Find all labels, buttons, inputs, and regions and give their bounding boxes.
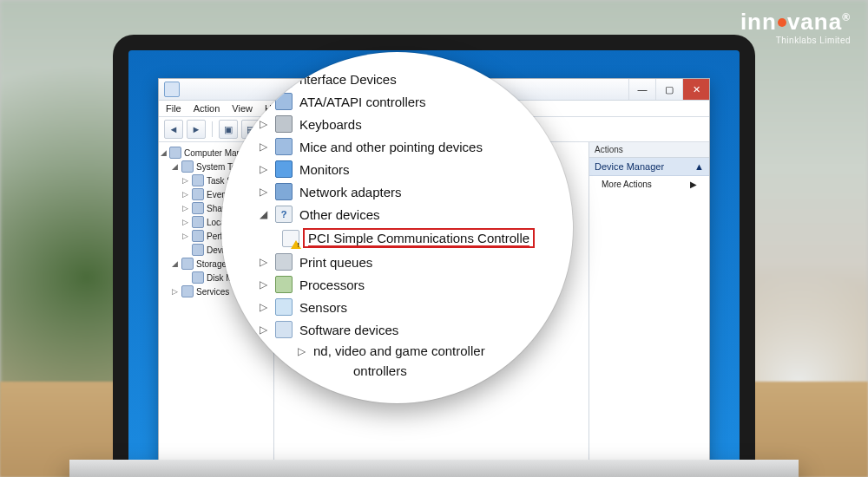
logo-dot-icon (778, 18, 786, 27)
actions-more[interactable]: More Actions▶ (589, 176, 709, 193)
device-category[interactable]: ▷Network adapters (258, 180, 556, 203)
device-category[interactable]: ▷Software devices (258, 318, 556, 341)
expand-icon[interactable]: ▷ (296, 345, 306, 357)
device-category[interactable]: ▷nd, video and game controller (258, 341, 556, 361)
device-category[interactable]: ▷Mice and other pointing devices (258, 135, 556, 158)
device-label: Mice and other pointing devices (299, 140, 483, 154)
event-icon (192, 188, 204, 200)
device-label: Other devices (299, 207, 380, 222)
expand-icon[interactable]: ▷ (258, 256, 268, 268)
task-icon (192, 174, 204, 186)
device-icon (275, 160, 293, 178)
app-icon (164, 82, 180, 97)
expand-icon[interactable]: ▷ (258, 278, 268, 291)
device-label: nd, video and game controller (313, 343, 485, 358)
storage-icon (181, 258, 194, 270)
device-category[interactable]: ▷Monitors (258, 158, 556, 180)
menu-file[interactable]: File (166, 103, 181, 114)
device-category[interactable]: ▷ATA/ATAPI controllers (258, 90, 556, 113)
mmc-icon (169, 147, 181, 159)
device-icon (275, 298, 293, 316)
expand-icon[interactable]: ▷ (258, 323, 268, 336)
device-label: Print queues (299, 255, 372, 270)
perf-icon (192, 230, 204, 242)
expand-icon[interactable]: ▷ (258, 186, 268, 198)
arrow-right-icon: ▶ (690, 180, 697, 189)
device-category[interactable]: ▷Keyboards (258, 113, 556, 135)
actions-item-device-manager[interactable]: Device Manager▲ (589, 158, 709, 176)
device-icon (275, 253, 293, 271)
close-button[interactable]: ✕ (682, 79, 709, 100)
device-icon (275, 138, 293, 155)
expand-icon[interactable]: ▷ (258, 140, 268, 153)
expand-icon[interactable]: ▷ (258, 163, 268, 175)
device-category[interactable]: ▷Print queues (258, 251, 556, 273)
device-icon (275, 206, 293, 223)
device-label: ATA/ATAPI controllers (299, 95, 426, 109)
device-label: Sensors (299, 300, 347, 315)
minimize-button[interactable]: — (628, 79, 655, 100)
device-category[interactable]: ◢Other devices (258, 203, 556, 225)
device-icon (275, 183, 293, 200)
device-label: ontrollers (353, 363, 407, 378)
magnifier-lens: ▷nterface Devices▷ATA/ATAPI controllers▷… (221, 52, 573, 403)
actions-pane: Actions Device Manager▲ More Actions▶ (589, 142, 709, 467)
services-icon (181, 285, 194, 297)
device-label: Software devices (299, 323, 398, 337)
warning-icon (282, 230, 299, 247)
menu-action[interactable]: Action (194, 103, 220, 114)
device-icon (275, 276, 293, 293)
maximize-button[interactable]: ▢ (655, 79, 682, 100)
laptop-base (69, 460, 799, 477)
chevron-up-icon: ▲ (694, 161, 704, 172)
device-label: Keyboards (299, 117, 362, 132)
device-tree[interactable]: ▷nterface Devices▷ATA/ATAPI controllers▷… (258, 68, 556, 381)
up-button[interactable]: ▣ (219, 120, 238, 139)
device-label: Monitors (299, 162, 350, 177)
device-label: Processors (299, 278, 365, 292)
expand-icon[interactable]: ◢ (258, 208, 268, 220)
back-button[interactable]: ◄ (164, 120, 183, 139)
device-category[interactable]: ▷Sensors (258, 296, 556, 318)
brand-logo: innvana® Thinklabs Limited (740, 9, 851, 45)
device-pci-simple-communications[interactable]: PCI Simple Communications Controlle (258, 225, 556, 251)
menu-view[interactable]: View (232, 103, 253, 114)
device-label: Network adapters (299, 185, 402, 199)
device-icon (275, 321, 293, 338)
expand-icon[interactable]: ▷ (258, 118, 268, 130)
expand-icon[interactable]: ▷ (258, 301, 268, 313)
devmgr-icon (192, 244, 204, 256)
users-icon (192, 216, 204, 228)
forward-button[interactable]: ► (187, 120, 206, 139)
device-label: nterface Devices (299, 72, 397, 87)
actions-header: Actions (589, 142, 709, 158)
share-icon (192, 202, 204, 214)
disk-icon (192, 271, 204, 284)
device-icon (275, 115, 293, 133)
folder-icon (181, 160, 194, 173)
device-category[interactable]: ▷Processors (258, 273, 556, 296)
